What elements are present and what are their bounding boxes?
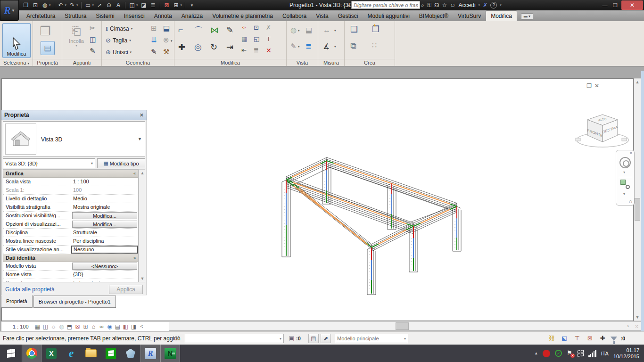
wall-joins-icon[interactable]: ⊞ <box>151 24 157 33</box>
match-properties-icon[interactable]: ✎ <box>90 47 96 55</box>
apply-button[interactable]: Applica <box>109 285 143 294</box>
property-row[interactable]: Scala vista 1 : 100 <box>3 178 138 186</box>
paste-button[interactable]: ⎗ Incolla ▾ <box>66 24 87 57</box>
properties-help-link[interactable]: Guida alle proprietà <box>5 286 55 293</box>
panel-label-crea[interactable]: Crea <box>345 59 395 66</box>
close-hidden-windows-icon[interactable]: ⊠ <box>163 2 171 8</box>
modifica-tool-button[interactable]: Modifica <box>2 23 31 58</box>
save-icon[interactable]: ⊡ <box>31 2 40 8</box>
section-icon[interactable]: ◪ <box>140 2 148 8</box>
key-icon[interactable]: ⚿ <box>427 2 431 8</box>
modifica-button[interactable]: Modifica... <box>72 212 137 219</box>
scroll-down-icon[interactable]: ▼ <box>634 315 641 320</box>
view-scale-label[interactable]: 1 : 100 <box>13 324 33 329</box>
panel-label-vista[interactable]: Vista <box>287 59 318 66</box>
multi-align-icon[interactable]: ≣ <box>254 47 259 54</box>
property-row[interactable]: Nome vista {3D} <box>3 271 138 279</box>
property-row[interactable]: Opzioni di visualizzazi... Modifica... <box>3 220 138 229</box>
split-with-gap-icon[interactable]: ⊡ <box>254 24 259 31</box>
render-icon[interactable]: ⬒ <box>66 323 74 330</box>
favorites-star-icon[interactable]: ☆ <box>442 2 447 8</box>
create-similar-icon[interactable]: ∷ <box>372 41 377 50</box>
taglia-button[interactable]: ⊘ Taglia▾ <box>106 37 131 44</box>
property-row[interactable]: Livello di dettaglio Medio <box>3 195 138 203</box>
active-only-toggle-icon[interactable]: ⬈ <box>321 334 331 343</box>
offset-icon[interactable]: ⌒ <box>194 25 203 36</box>
scroll-up-icon[interactable]: ▲ <box>139 171 146 175</box>
close-icon[interactable]: ✕ <box>621 0 643 10</box>
taskbar-navisworks[interactable]: Nm <box>160 345 180 362</box>
crop-view-icon[interactable]: ⊠ <box>74 323 82 330</box>
nessuno-button[interactable]: <Nessuno> <box>72 263 137 270</box>
demolish-hammer-icon[interactable]: ⚒ <box>163 48 169 56</box>
open-file-icon[interactable]: ❐ <box>22 2 30 8</box>
highlight-displacement-icon[interactable]: ◧ <box>122 323 130 330</box>
hilti-tray-icon[interactable] <box>543 350 550 357</box>
cimasa-button[interactable]: I Cimasa▾ <box>106 25 132 33</box>
copy-icon[interactable]: ◫ <box>90 35 96 44</box>
split-element-icon[interactable]: ⁘ <box>241 24 247 31</box>
navbar-minimize-icon[interactable]: ⊖ <box>628 199 632 204</box>
taskbar-chrome[interactable] <box>22 345 41 362</box>
tab-proprieta[interactable]: Proprietà <box>1 295 33 308</box>
panel-label-proprieta[interactable]: Proprietà <box>33 59 62 66</box>
redo-icon[interactable]: ↷ <box>68 2 76 8</box>
analytical-model-icon[interactable]: ▤ <box>114 323 122 330</box>
language-indicator[interactable]: ITA <box>601 351 609 356</box>
panel-label-seleziona[interactable]: Seleziona ▾ <box>0 59 33 66</box>
detail-level-icon[interactable]: ▦ <box>33 323 41 330</box>
taskbar-revit[interactable]: R <box>140 345 160 362</box>
unisci-button[interactable]: ⊕ Unisci▾ <box>106 49 132 56</box>
tab-gestisci[interactable]: Gestisci <box>333 11 363 21</box>
panel-label-modifica[interactable]: Modifica <box>174 59 286 66</box>
mirror-draw-axis-icon[interactable]: ✎ <box>226 25 233 35</box>
ribbon-display-toggle[interactable]: ▬ ▾ <box>521 13 533 20</box>
edit-profile-icon[interactable]: ✎ <box>151 48 157 56</box>
design-options-dialog-icon[interactable]: ▤ <box>308 334 319 343</box>
scroll-up-icon[interactable]: ▲ <box>634 80 641 84</box>
delete-icon[interactable]: ✕ <box>266 47 272 54</box>
visual-style-icon[interactable]: ◫ <box>41 323 50 330</box>
filter-icon[interactable] <box>611 337 617 341</box>
override-lines-icon[interactable]: ≣ <box>305 42 312 50</box>
collapse-viewbar-icon[interactable]: < <box>138 324 146 329</box>
switch-windows-icon[interactable]: ⊞ <box>172 2 181 8</box>
tab-inserisci[interactable]: Inserisci <box>119 11 149 21</box>
minimize-icon[interactable]: — <box>600 2 610 8</box>
align-icon[interactable]: ⌐ <box>178 25 183 35</box>
select-pinned-icon[interactable]: ⊤ <box>572 334 582 343</box>
property-row[interactable]: Modello vista <Nessuno> <box>3 262 138 271</box>
network-signal-icon[interactable] <box>588 350 596 357</box>
hide-box-icon[interactable]: ⬓ <box>305 26 312 34</box>
select-underlay-icon[interactable]: ⬕ <box>560 334 569 343</box>
select-by-face-icon[interactable]: ⊠ <box>585 334 594 343</box>
show-crop-icon[interactable]: ⊞ <box>82 323 90 330</box>
view-minimize-icon[interactable]: — <box>578 82 586 89</box>
unjoin-icon[interactable]: ⊗ <box>163 36 169 44</box>
view-cube[interactable]: ALTO FRONTE DESTRA <box>573 111 634 153</box>
tab-annota[interactable]: Annota <box>149 11 177 21</box>
tab-modifica[interactable]: Modifica <box>486 10 517 21</box>
tab-moduli-aggiuntivi[interactable]: Moduli aggiuntivi <box>363 11 414 21</box>
chevron-down-icon[interactable]: ▾ <box>479 3 480 7</box>
trim-extend-icon[interactable]: ⇥ <box>226 42 233 52</box>
tab-bimobject[interactable]: BIMobject® <box>414 11 453 21</box>
measure-angle-icon[interactable]: ∡ <box>323 42 330 51</box>
tab-architettura[interactable]: Architettura <box>22 11 60 21</box>
text-icon[interactable]: A <box>114 2 123 8</box>
properties-blocks-icon[interactable]: ❐ <box>40 24 50 39</box>
zoom-tool-icon[interactable] <box>620 180 630 189</box>
drag-on-selection-icon[interactable]: ✚ <box>598 334 607 343</box>
chevron-down-icon[interactable]: ▼ <box>138 137 142 141</box>
taskbar-virtusurv[interactable] <box>121 345 140 362</box>
mirror-pick-axis-icon[interactable]: ⋈ <box>210 25 219 35</box>
shadows-icon[interactable]: ◍ <box>58 323 66 330</box>
close-icon[interactable]: ✕ <box>140 112 144 118</box>
chevron-down-icon[interactable]: ▾ <box>623 170 625 174</box>
horizontal-scrollbar[interactable]: 1 : 100 ▦ ◫ ☼ ◍ ⬒ ⊠ ⊞ ⌂ ∞ ◉ ▤ ◧ ◨ < › ⁙ <box>1 321 641 330</box>
sun-path-icon[interactable]: ☼ <box>50 323 58 330</box>
taskbar-excel[interactable]: X <box>41 345 61 362</box>
modifica-tipo-button[interactable]: ▦ Modifica tipo <box>97 158 145 168</box>
chevron-down-icon[interactable]: ▾ <box>500 3 502 7</box>
active-design-option-combo[interactable]: Modello principale ▾ <box>335 334 408 343</box>
